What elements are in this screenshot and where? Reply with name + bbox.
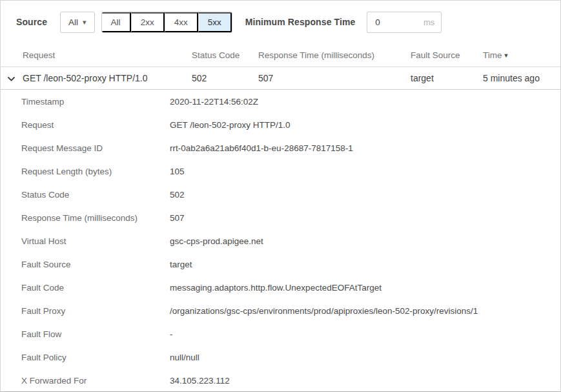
- api-monitoring-panel: Source All ▾ All 2xx 4xx 5xx Minimum Res…: [0, 0, 561, 392]
- detail-row: Request Length (bytes) 105: [1, 160, 560, 183]
- source-dropdown-value: All: [68, 17, 78, 27]
- detail-value: 34.105.223.112: [170, 376, 230, 386]
- column-header-fault-source: Fault Source: [411, 50, 483, 60]
- row-status-code: 502: [192, 73, 258, 83]
- detail-value: 2020-11-22T14:56:02Z: [170, 97, 258, 107]
- detail-label: X Forwarded For: [21, 376, 170, 386]
- detail-label: Fault Source: [21, 260, 170, 269]
- detail-row: Request GET /leon-502-proxy HTTP/1.0: [1, 113, 560, 136]
- detail-label: Virtual Host: [21, 236, 170, 246]
- row-response-time: 507: [258, 73, 411, 83]
- filter-toolbar: Source All ▾ All 2xx 4xx 5xx Minimum Res…: [1, 1, 560, 43]
- detail-label: Request Length (bytes): [21, 167, 170, 176]
- detail-value: -: [170, 329, 173, 339]
- ms-unit-label: ms: [413, 17, 441, 27]
- sort-descending-icon: ▼: [504, 52, 509, 59]
- column-header-status-code: Status Code: [192, 50, 258, 60]
- min-response-time-field: ms: [367, 12, 442, 33]
- detail-row: Request Message ID rrt-0ab2a6a21ab6f40d1…: [1, 136, 560, 160]
- detail-value: 502: [170, 190, 185, 200]
- column-header-time[interactable]: Time▼: [483, 50, 560, 60]
- row-time: 5 minutes ago: [483, 73, 560, 83]
- detail-value: 105: [170, 167, 185, 176]
- status-filter-all[interactable]: All: [102, 12, 131, 32]
- detail-value: rrt-0ab2a6a21ab6f40d1-b-eu-28687-7817158…: [170, 143, 353, 153]
- status-filter-2xx[interactable]: 2xx: [131, 12, 165, 32]
- detail-label: Fault Proxy: [21, 306, 170, 316]
- min-response-time-input[interactable]: [367, 17, 413, 27]
- column-header-response-time: Response Time (milliseconds): [258, 50, 411, 60]
- detail-label: Response Time (milliseconds): [21, 213, 170, 223]
- detail-row: Fault Source target: [1, 253, 560, 276]
- detail-value: null/null: [170, 353, 199, 362]
- detail-row: Fault Proxy /organizations/gsc-cps/envir…: [1, 299, 560, 322]
- detail-row: Fault Flow -: [1, 322, 560, 346]
- detail-row: Timestamp 2020-11-22T14:56:02Z: [1, 90, 560, 113]
- detail-label: Status Code: [21, 190, 170, 200]
- min-response-time-label: Minimum Response Time: [245, 17, 356, 27]
- column-header-request: Request: [1, 50, 192, 60]
- detail-row: X Forwarded For 34.105.223.112: [1, 369, 560, 392]
- detail-label: Fault Code: [21, 283, 170, 293]
- chevron-down-icon[interactable]: [7, 76, 15, 82]
- detail-label: Timestamp: [21, 97, 170, 107]
- detail-label: Fault Flow: [21, 329, 170, 339]
- detail-row: Fault Policy null/null: [1, 346, 560, 369]
- detail-row: Virtual Host gsc-cps-prod.apigee.net: [1, 229, 560, 253]
- detail-value: target: [170, 260, 192, 269]
- detail-value: GET /leon-502-proxy HTTP/1.0: [170, 120, 291, 130]
- detail-row: Fault Code messaging.adaptors.http.flow.…: [1, 276, 560, 299]
- status-filter-4xx[interactable]: 4xx: [165, 12, 198, 32]
- detail-value: 507: [170, 213, 185, 223]
- status-filter-group: All 2xx 4xx 5xx: [101, 12, 232, 33]
- detail-label: Request: [21, 120, 170, 130]
- table-row[interactable]: GET /leon-502-proxy HTTP/1.0 502 507 tar…: [1, 67, 560, 90]
- source-dropdown[interactable]: All ▾: [60, 12, 95, 33]
- chevron-down-icon: ▾: [83, 19, 87, 26]
- detail-label: Request Message ID: [21, 143, 170, 153]
- detail-row: Response Time (milliseconds) 507: [1, 206, 560, 229]
- table-header: Request Status Code Response Time (milli…: [1, 43, 560, 67]
- detail-value: messaging.adaptors.http.flow.UnexpectedE…: [170, 283, 382, 293]
- detail-row: Status Code 502: [1, 183, 560, 206]
- detail-value: /organizations/gsc-cps/environments/prod…: [170, 306, 478, 316]
- source-label: Source: [16, 17, 47, 27]
- request-details: Timestamp 2020-11-22T14:56:02Z Request G…: [1, 90, 560, 392]
- detail-value: gsc-cps-prod.apigee.net: [170, 236, 263, 246]
- row-request: GET /leon-502-proxy HTTP/1.0: [1, 73, 192, 83]
- status-filter-5xx[interactable]: 5xx: [198, 12, 232, 32]
- row-fault-source: target: [411, 73, 483, 83]
- detail-label: Fault Policy: [21, 353, 170, 362]
